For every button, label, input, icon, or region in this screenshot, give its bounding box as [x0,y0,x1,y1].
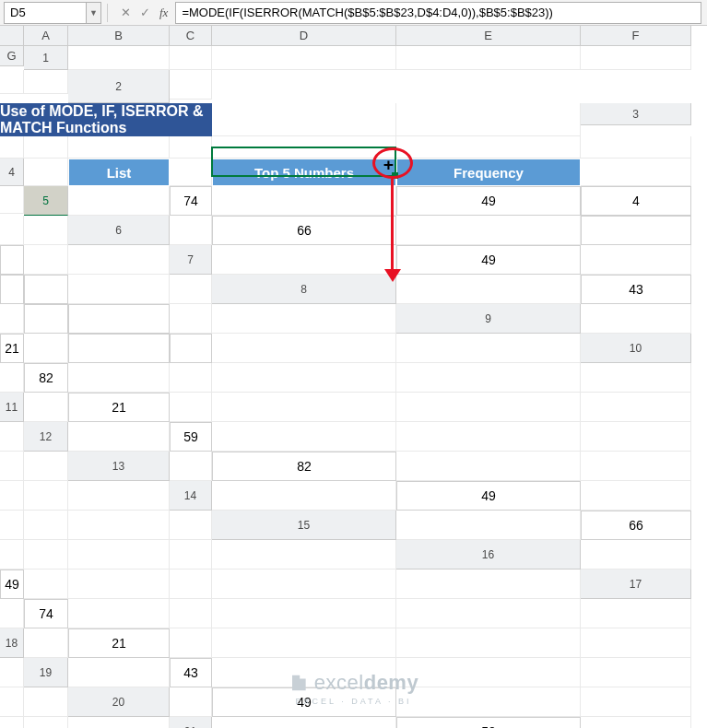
row-19[interactable]: 19 [24,658,68,687]
cell[interactable] [581,46,691,70]
list-item[interactable]: 59 [170,422,212,452]
cell[interactable] [0,599,24,628]
cell[interactable] [24,511,68,540]
list-item[interactable]: 82 [212,452,396,481]
list-item[interactable]: 49 [396,245,581,275]
cell[interactable] [68,569,170,599]
cell[interactable] [581,136,691,159]
cell[interactable] [396,275,581,304]
cell[interactable] [24,334,68,363]
cell[interactable] [0,452,24,481]
list-item[interactable]: 21 [0,334,24,363]
cell[interactable] [24,70,68,94]
list-item[interactable]: 49 [396,481,581,511]
col-F[interactable]: F [581,26,691,46]
top5-empty[interactable] [68,334,170,363]
row-8[interactable]: 8 [212,275,396,304]
cell[interactable] [581,245,691,275]
cell[interactable] [396,687,581,717]
cell[interactable] [24,628,68,658]
cell[interactable] [212,599,396,628]
list-item[interactable]: 66 [581,511,691,540]
row-12[interactable]: 12 [24,422,68,452]
cell[interactable] [581,628,691,658]
row-15[interactable]: 15 [212,511,396,540]
col-D[interactable]: D [212,26,396,46]
cell[interactable] [581,687,691,717]
row-21[interactable]: 21 [170,717,212,728]
cell[interactable] [170,393,212,422]
cell[interactable] [68,422,170,452]
cell[interactable] [24,717,68,728]
list-item[interactable]: 43 [170,658,212,687]
cell[interactable] [396,422,581,452]
cell[interactable] [581,393,691,422]
cell[interactable] [0,363,24,393]
freq-empty[interactable] [24,275,68,304]
cell[interactable] [212,46,396,70]
cell[interactable] [170,540,212,569]
cell[interactable] [396,216,581,245]
cell[interactable] [212,304,396,334]
row-3[interactable]: 3 [581,103,691,125]
cell[interactable] [24,540,68,569]
list-item[interactable]: 43 [581,275,691,304]
cell[interactable] [581,658,691,687]
cell[interactable] [170,452,212,481]
cell[interactable] [396,599,581,628]
freq-empty[interactable] [68,304,170,334]
row-13[interactable]: 13 [68,452,170,481]
row-16[interactable]: 16 [396,540,581,569]
confirm-icon[interactable]: ✓ [140,6,150,19]
cell[interactable] [396,136,581,159]
list-item[interactable]: 74 [170,186,212,216]
cell[interactable] [212,481,396,511]
cell[interactable] [212,540,396,569]
cell[interactable] [0,422,24,452]
cell[interactable] [0,481,24,511]
cell[interactable] [0,70,24,94]
col-A[interactable]: A [24,26,68,46]
cell[interactable] [0,717,24,728]
cell[interactable] [24,216,68,245]
cell[interactable] [0,186,24,214]
list-item[interactable]: 21 [68,393,170,422]
cell[interactable] [24,393,68,422]
cell[interactable] [68,186,170,216]
row-6[interactable]: 6 [68,216,170,245]
cell[interactable] [0,540,24,569]
row-11[interactable]: 11 [0,393,24,422]
top5-empty[interactable] [0,275,24,304]
list-item[interactable]: 74 [24,599,68,628]
name-box-dropdown[interactable]: ▼ [87,2,101,24]
cell[interactable] [170,363,212,393]
cell[interactable] [68,511,170,540]
cell[interactable] [581,304,691,334]
cell[interactable] [170,687,212,717]
cell[interactable] [68,658,170,687]
col-E[interactable]: E [396,26,581,46]
cell[interactable] [581,599,691,628]
list-item[interactable]: 49 [0,569,24,599]
cell[interactable] [24,452,68,481]
col-B[interactable]: B [68,26,170,46]
cell[interactable] [170,275,212,304]
row-10[interactable]: 10 [581,334,691,363]
cell[interactable] [24,159,68,186]
top5-empty[interactable] [24,304,68,334]
list-item[interactable]: 50 [396,717,581,728]
row-4[interactable]: 4 [0,159,24,186]
cell[interactable] [24,136,68,159]
cell[interactable] [396,628,581,658]
cell[interactable] [24,687,68,717]
fx-icon[interactable]: fx [159,6,168,20]
cell[interactable] [170,569,212,599]
cell[interactable] [212,363,396,393]
cell[interactable] [24,245,68,275]
cell[interactable] [396,46,581,70]
row-2[interactable]: 2 [68,70,170,103]
cell[interactable] [68,245,170,275]
cell[interactable] [212,103,396,136]
cell[interactable] [0,136,24,159]
cell[interactable] [581,363,691,393]
